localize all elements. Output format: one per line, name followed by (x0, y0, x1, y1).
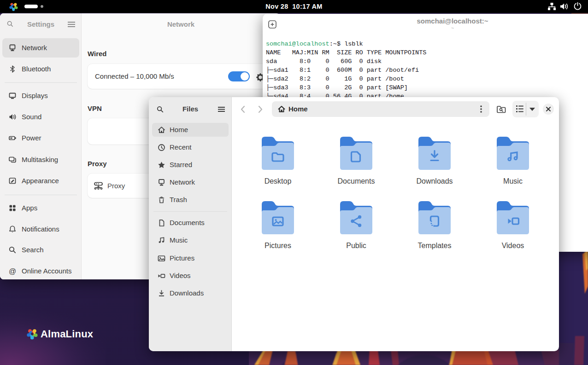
svg-text:@: @ (9, 267, 16, 275)
